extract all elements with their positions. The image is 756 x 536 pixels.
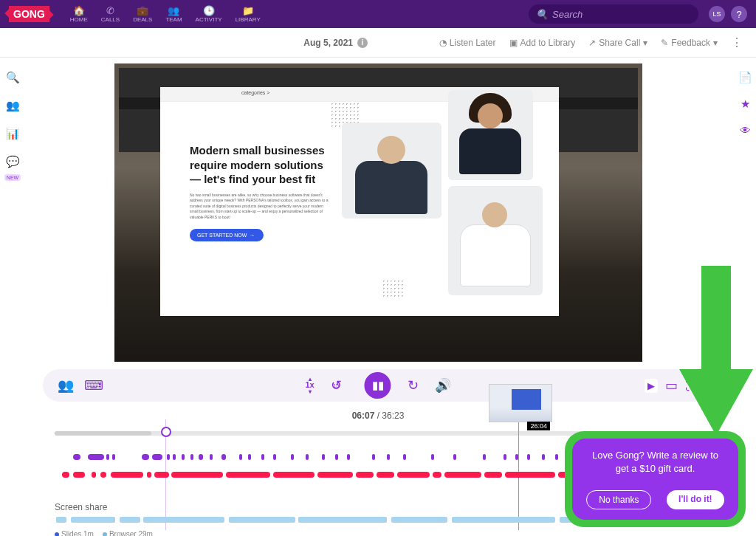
nav-label: ACTIVITY [196,16,222,23]
nav-activity[interactable]: 🕒ACTIVITY [196,6,222,23]
team-icon: 👥 [168,6,179,16]
action-label: Share Call [599,38,640,48]
brand-logo[interactable]: GONG [9,6,49,22]
thumb-time: 26:04 [527,422,550,430]
rewind-15-button[interactable]: ↺15 [331,377,348,394]
seek-thumbnail: 26:04 [489,384,552,422]
stats-icon[interactable]: 📊 [6,127,20,140]
total-time: 36:23 [382,410,404,421]
new-badge: NEW [4,174,21,181]
legend-dur: 29m [138,530,152,536]
player-controls: 👥 ⌨ ▴ 1x ▾ ↺15 ▮▮ ↻ 🔊 ▶ ▭ ⛶ [43,369,713,402]
search-input[interactable]: 🔍 Search [529,4,698,24]
fullscreen-button[interactable]: ⛶ [685,378,698,394]
nav-home[interactable]: 🏠HOME [70,6,88,23]
legend-name: Browser [109,530,137,536]
minimize-button[interactable]: ▭ [665,377,678,394]
more-menu[interactable]: ⋮ [731,35,743,49]
search-icon: 🔍 [536,9,548,20]
speed-control[interactable]: ▴ 1x ▾ [305,377,314,394]
home-icon: 🏠 [74,6,84,16]
star-icon[interactable]: ★ [740,97,750,111]
help-button[interactable]: ? [731,6,747,22]
pencil-icon: ✎ [661,38,668,48]
ill-do-it-button[interactable]: I'll do it! [667,490,724,509]
top-nav: GONG 🏠HOME ✆CALLS 💼DEALS 👥TEAM 🕒ACTIVITY… [0,0,756,28]
review-popup-highlight: Love Gong? Write a review to get a $10 g… [565,431,746,527]
activity-icon: 🕒 [204,6,214,16]
listen-later-button[interactable]: ◔Listen Later [439,38,496,48]
nav-label: HOME [70,16,88,23]
review-popup: Love Gong? Write a review to get a $10 g… [572,439,738,520]
people-icon[interactable]: 👥 [6,99,20,112]
chevron-down-icon: ▾ [643,38,647,48]
shared-screen-content: categories > Modern small businesses req… [160,87,559,316]
forward-button[interactable]: ↻ [408,377,419,394]
chevron-down-icon: ▾ [309,389,312,394]
call-subheader: Aug 5, 2021 i ◔Listen Later ▣Add to Libr… [0,28,756,58]
volume-button[interactable]: 🔊 [435,377,451,394]
popup-line1: Love Gong? Write a review to [583,449,728,462]
action-label: Add to Library [520,38,576,48]
nav-label: LIBRARY [236,16,261,23]
eye-icon[interactable]: 👁 [740,124,751,137]
video-player[interactable]: categories > Modern small businesses req… [114,63,642,362]
folder-icon: ▣ [509,38,518,48]
no-thanks-button[interactable]: No thanks [586,490,651,509]
current-time: 06:07 [352,410,375,421]
transcript-icon[interactable]: 📄 [738,71,752,84]
popup-line2: get a $10 gift card. [583,462,728,475]
search-placeholder: Search [552,9,583,20]
pip-button[interactable]: ▶ [645,379,658,393]
nav-team[interactable]: 👥TEAM [165,6,182,23]
info-icon[interactable]: i [357,38,368,48]
legend-name: Slides [61,530,81,536]
nav-label: DEALS [133,16,152,23]
action-label: Feedback [671,38,710,48]
time-display: 06:07 / 36:23 [0,410,756,421]
site-cta: GET STARTED NOW→ [190,229,264,241]
site-body: No two small businesses are alike, so wh… [190,193,330,221]
site-headline: Modern small businesses require modern s… [190,143,330,187]
comment-icon[interactable]: 💬 [6,155,20,168]
share-call-button[interactable]: ↗Share Call▾ [588,38,647,48]
phone-icon: ✆ [105,6,115,16]
keyboard-toggle[interactable]: ⌨ [84,377,103,394]
site-breadcrumb: categories > [241,90,269,95]
nav-calls[interactable]: ✆CALLS [101,6,120,23]
add-to-library-button[interactable]: ▣Add to Library [509,38,576,48]
briefcase-icon: 💼 [137,6,148,16]
chevron-down-icon: ▾ [713,38,718,48]
legend-dur: 1m [83,530,94,536]
legend: Slides 1m Browser 29m [55,530,153,536]
feedback-button[interactable]: ✎Feedback▾ [661,38,718,48]
left-rail: 🔍 👥 📊 💬 NEW [0,58,25,181]
right-rail: 📄 ★ 👁 [734,58,756,137]
clock-icon: ◔ [439,38,447,48]
call-date: Aug 5, 2021 [303,38,353,48]
seek-handle[interactable] [161,427,171,437]
user-avatar[interactable]: LS [709,6,725,22]
folder-icon: 📁 [243,6,253,16]
share-icon: ↗ [588,38,596,48]
people-toggle[interactable]: 👥 [58,377,74,394]
nav-deals[interactable]: 💼DEALS [133,6,152,23]
action-label: Listen Later [450,38,496,48]
svg-rect-0 [701,266,731,377]
section-label: Screen share [55,502,107,512]
pause-button[interactable]: ▮▮ [365,372,391,399]
nav-label: CALLS [101,16,120,23]
nav-library[interactable]: 📁LIBRARY [236,6,261,23]
nav-items: 🏠HOME ✆CALLS 💼DEALS 👥TEAM 🕒ACTIVITY 📁LIB… [70,6,261,23]
nav-label: TEAM [165,16,182,23]
search-icon[interactable]: 🔍 [6,71,20,84]
